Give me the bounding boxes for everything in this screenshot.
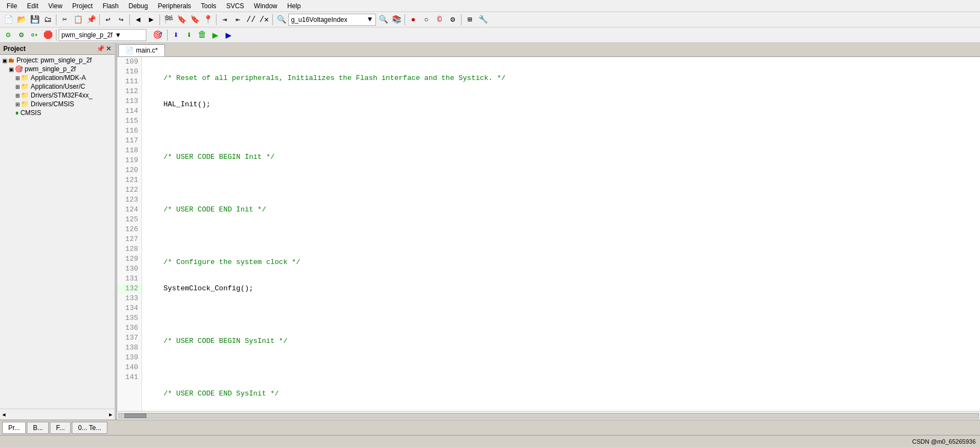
unindent-button[interactable]: ⇤ [232, 14, 244, 26]
bookmarks-button[interactable]: 📚 [390, 14, 402, 26]
save-button[interactable]: 💾 [29, 14, 41, 26]
menu-svcs[interactable]: SVCS [222, 1, 249, 11]
nav-forward-button[interactable]: ▶ [145, 14, 157, 26]
debug-red-button[interactable]: ● [407, 14, 419, 26]
code-line-113 [142, 179, 980, 188]
copy-button[interactable]: 📋 [72, 14, 84, 26]
horizontal-scrollbar[interactable] [117, 411, 980, 420]
toolbar1: 📄 📂 💾 🗂 ✂ 📋 📌 ↩ ↪ ◀ ▶ 🏁 🔖 🔖 📍 ⇥ ⇤ // /✕ … [0, 12, 980, 27]
cut-button[interactable]: ✂ [59, 14, 71, 26]
save-all-button[interactable]: 🗂 [42, 14, 54, 26]
line-num-115: 115 [117, 116, 141, 126]
tab-bar: 📄 main.c* [117, 43, 980, 57]
line-num-133: 133 [117, 294, 141, 303]
open-file-button[interactable]: 📂 [15, 14, 27, 26]
folder-icon-3: 📁 [21, 91, 29, 99]
project-target-dropdown[interactable]: ▼ [115, 31, 121, 39]
menu-view[interactable]: View [44, 1, 67, 11]
scroll-right-button[interactable]: ▶ [109, 411, 112, 418]
tree-expand-drivers-stm[interactable]: ⊞ [15, 93, 20, 99]
tree-item-root[interactable]: ▣ 🖿 Project: pwm_single_p_2f [0, 56, 115, 65]
download-button[interactable]: ⬇ [170, 29, 182, 41]
nav-back-button[interactable]: ◀ [132, 14, 144, 26]
menu-window[interactable]: Window [249, 1, 282, 11]
build-icon[interactable]: ⚙ [2, 29, 14, 41]
menu-debug[interactable]: Debug [124, 1, 152, 11]
bookmark-next-button[interactable]: 🔖 [189, 14, 201, 26]
code-line-117: SystemClock_Config(); [142, 284, 980, 294]
undo-button[interactable]: ↩ [102, 14, 114, 26]
tree-item-app-mdk[interactable]: ⊞ 📁 Application/MDK-A [0, 73, 115, 82]
line-num-123: 123 [117, 195, 141, 205]
find-icon[interactable]: 🔍 [275, 14, 287, 26]
menu-project[interactable]: Project [68, 1, 97, 11]
tab-main-c[interactable]: 📄 main.c* [118, 44, 165, 56]
close-panel-button[interactable]: ✕ [106, 45, 111, 53]
debug-settings-button[interactable]: ⚙ [447, 14, 459, 26]
indent-button[interactable]: ⇥ [219, 14, 231, 26]
bottom-tab-templates[interactable]: 0... Te... [72, 422, 107, 434]
line-num-124: 124 [117, 205, 141, 215]
search-go-button[interactable]: 🔍 [377, 14, 389, 26]
view-button[interactable]: ⊞ [464, 14, 476, 26]
bookmark-prev-button[interactable]: 🔖 [175, 14, 187, 26]
start-debug-button[interactable]: ▶ [223, 29, 235, 41]
new-file-button[interactable]: 📄 [2, 14, 14, 26]
tree-item-drivers-cmsis[interactable]: ⊞ 📁 Drivers/CMSIS [0, 100, 115, 108]
menu-help[interactable]: Help [283, 1, 305, 11]
bookmark-clear-button[interactable]: 📍 [202, 14, 214, 26]
project-target-label: pwm_single_p_2f [61, 31, 112, 39]
tree-expand-app-mdk[interactable]: ⊞ [15, 75, 20, 81]
tree-item-drivers-stm[interactable]: ⊞ 📁 Drivers/STM32F4xx_ [0, 91, 115, 100]
bottom-tab-project[interactable]: Pr... [2, 422, 26, 434]
code-content[interactable]: /* Reset of all peripherals, Initializes… [142, 57, 980, 411]
batch-build-icon[interactable]: ⚙▾ [29, 29, 41, 41]
scroll-left-button[interactable]: ◀ [2, 411, 5, 418]
menu-edit[interactable]: Edit [22, 1, 43, 11]
search-input[interactable] [291, 16, 368, 24]
tree-expand-app-user[interactable]: ⊞ [15, 84, 20, 90]
line-num-117: 117 [117, 136, 141, 146]
target-options-button[interactable]: 🎯 [150, 29, 165, 41]
tree-label-app-mdk: Application/MDK-A [31, 74, 86, 82]
folder-icon-4: 📁 [21, 100, 29, 108]
tree-item-target[interactable]: ▣ 🎯 pwm_single_p_2f [0, 65, 115, 73]
tree-item-app-user[interactable]: ⊞ 📁 Application/User/C [0, 82, 115, 91]
code-line-110: HAL_Init(); [142, 100, 980, 110]
redo-button[interactable]: ↪ [115, 14, 127, 26]
search-dropdown-button[interactable]: ▼ [368, 15, 372, 24]
debug-circle-button[interactable]: ○ [420, 14, 432, 26]
menu-file[interactable]: File [2, 1, 21, 11]
bottom-tab-build[interactable]: B... [27, 422, 49, 434]
menu-flash[interactable]: Flash [98, 1, 123, 11]
menu-tools[interactable]: Tools [197, 1, 221, 11]
run-button[interactable]: ▶ [209, 29, 221, 41]
tree-expand-root[interactable]: ▣ [2, 58, 7, 64]
debug-c-button[interactable]: © [434, 14, 446, 26]
code-editor[interactable]: 109 110 111 112 113 114 115 116 117 118 … [117, 57, 980, 411]
bookmark-set-button[interactable]: 🏁 [162, 14, 174, 26]
tree-item-cmsis[interactable]: ♦ CMSIS [0, 108, 115, 117]
cmsis-icon: ♦ [15, 109, 19, 117]
menu-peripherals[interactable]: Peripherals [153, 1, 196, 11]
tree-expand-drivers-cmsis[interactable]: ⊞ [15, 101, 20, 107]
bottom-tab-functions-label: F... [56, 424, 65, 432]
tree-expand-target[interactable]: ▣ [9, 66, 14, 72]
code-line-114: /* USER CODE END Init */ [142, 205, 980, 215]
editor-area: 📄 main.c* 109 110 111 112 113 114 115 11… [117, 43, 980, 420]
comment-button[interactable]: // [245, 14, 257, 26]
sep4 [159, 14, 160, 25]
line-num-118: 118 [117, 146, 141, 156]
download-target-button[interactable]: ⬇ [183, 29, 195, 41]
tools-button[interactable]: 🔧 [477, 14, 489, 26]
line-num-137: 137 [117, 333, 141, 343]
stop-build-icon[interactable]: 🛑 [42, 29, 54, 41]
rebuild-icon[interactable]: ⚙ [15, 29, 27, 41]
bottom-tab-functions[interactable]: F... [50, 422, 71, 434]
paste-button[interactable]: 📌 [85, 14, 97, 26]
tab-file-icon: 📄 [126, 47, 134, 54]
code-line-111 [142, 126, 980, 136]
erase-button[interactable]: 🗑 [196, 29, 208, 41]
uncomment-button[interactable]: /✕ [258, 14, 270, 26]
pin-icon[interactable]: 📌 [96, 45, 105, 53]
